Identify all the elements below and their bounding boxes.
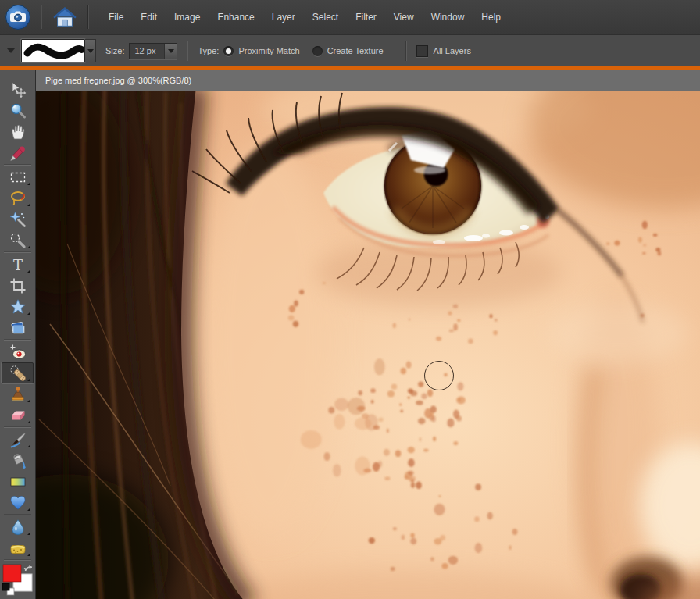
marquee-icon — [9, 169, 27, 186]
tool-lasso[interactable] — [2, 187, 34, 209]
tool-zoom[interactable] — [2, 100, 34, 121]
brush-stroke-icon — [23, 41, 84, 61]
brush-stroke-preview[interactable] — [21, 39, 85, 62]
clone-stamp-icon — [9, 386, 27, 403]
cookie-cutter-icon — [9, 298, 27, 316]
svg-text:T: T — [12, 256, 22, 273]
tool-preset-arrow-icon[interactable] — [7, 48, 15, 53]
photo-artwork — [36, 91, 700, 599]
crop-icon — [9, 277, 27, 294]
tool-straighten[interactable] — [2, 317, 34, 338]
options-separator — [187, 41, 188, 61]
tool-group-separator — [4, 164, 31, 166]
camera-logo-button[interactable] — [0, 0, 36, 34]
document-window: Pige med fregner.jpg @ 300%(RGB/8) — [35, 70, 700, 599]
tool-group-separator — [4, 559, 31, 561]
tool-magic-wand[interactable] — [2, 209, 34, 230]
tool-group-separator — [4, 514, 31, 515]
radio-create-texture-label: Create Texture — [327, 46, 384, 55]
tool-clone-stamp[interactable] — [2, 383, 34, 405]
tool-type[interactable]: T — [2, 254, 34, 275]
home-icon — [52, 5, 77, 29]
quick-selection-icon — [9, 232, 27, 249]
radio-dot — [223, 46, 234, 56]
menu-items: File Edit Image Enhance Layer Select Fil… — [100, 0, 509, 34]
size-dropdown-arrow-icon — [164, 44, 177, 59]
tool-group-separator — [4, 426, 31, 428]
menubar-separator — [41, 5, 42, 29]
move-icon — [9, 81, 27, 98]
menu-enhance[interactable]: Enhance — [209, 0, 262, 34]
type-icon: T — [9, 256, 27, 273]
tool-eyedropper[interactable] — [2, 142, 34, 163]
magic-wand-icon — [9, 211, 27, 228]
tool-crop[interactable] — [2, 275, 34, 296]
camera-logo-icon — [4, 3, 32, 31]
radio-proximity-match[interactable]: Proximity Match — [223, 46, 299, 56]
eyedropper-icon — [9, 144, 27, 162]
menu-view[interactable]: View — [385, 0, 423, 34]
brush-size-select[interactable]: 12 px — [129, 43, 177, 59]
type-label: Type: — [198, 46, 219, 55]
tool-options-bar: Size: 12 px Type: Proximity Match Create… — [0, 34, 700, 66]
tool-eraser[interactable] — [2, 405, 34, 426]
app-window: File Edit Image Enhance Layer Select Fil… — [0, 0, 700, 599]
zoom-icon — [9, 102, 27, 119]
workspace: T — [0, 70, 700, 599]
tool-group-separator — [4, 251, 31, 253]
eraser-icon — [9, 407, 27, 424]
menu-edit[interactable]: Edit — [132, 0, 166, 34]
tool-red-eye-removal[interactable] — [2, 341, 34, 362]
toolbox: T — [0, 70, 35, 599]
spot-healing-icon — [9, 365, 27, 382]
document-title: Pige med fregner.jpg @ 300%(RGB/8) — [45, 76, 191, 85]
gradient-icon — [9, 473, 27, 490]
paint-bucket-icon — [9, 452, 27, 469]
tool-sponge[interactable] — [2, 537, 34, 558]
menu-window[interactable]: Window — [423, 0, 473, 34]
menu-file[interactable]: File — [100, 0, 132, 34]
straighten-icon — [9, 319, 27, 337]
document-title-bar[interactable]: Pige med fregner.jpg @ 300%(RGB/8) — [36, 70, 700, 91]
shape-heart-icon — [9, 494, 27, 512]
canvas[interactable] — [36, 91, 700, 599]
radio-proximity-match-label: Proximity Match — [238, 46, 299, 55]
menu-layer[interactable]: Layer — [263, 0, 304, 34]
menu-filter[interactable]: Filter — [347, 0, 385, 34]
menu-help[interactable]: Help — [473, 0, 509, 34]
tool-quick-selection[interactable] — [2, 230, 34, 251]
menu-select[interactable]: Select — [304, 0, 347, 34]
home-button[interactable] — [47, 0, 83, 34]
color-swatches[interactable] — [0, 563, 35, 599]
menubar-separator — [88, 5, 89, 29]
tool-blur[interactable] — [2, 516, 34, 537]
radio-create-texture[interactable]: Create Texture — [312, 46, 384, 56]
size-label: Size: — [105, 46, 124, 55]
sponge-icon — [9, 540, 27, 557]
tool-brush[interactable] — [2, 429, 34, 450]
tool-move[interactable] — [2, 79, 34, 100]
radio-dot — [312, 46, 323, 56]
brush-size-value: 12 px — [130, 46, 164, 55]
tool-hand[interactable] — [2, 121, 34, 142]
menu-bar: File Edit Image Enhance Layer Select Fil… — [0, 0, 700, 34]
red-eye-icon — [9, 344, 27, 361]
brush-icon — [9, 431, 27, 448]
brush-preview-dropdown-arrow[interactable] — [85, 39, 96, 62]
foreground-background-colors-icon — [0, 563, 35, 599]
lasso-icon — [9, 190, 27, 207]
checkbox-box — [416, 45, 428, 57]
hand-icon — [9, 123, 27, 141]
tool-shape[interactable] — [2, 492, 34, 513]
menu-image[interactable]: Image — [166, 0, 209, 34]
tool-group-separator — [4, 339, 31, 341]
all-layers-label: All Layers — [434, 46, 471, 55]
blur-drop-icon — [9, 519, 27, 536]
tool-gradient[interactable] — [2, 471, 34, 492]
tool-cookie-cutter[interactable] — [2, 296, 34, 317]
all-layers-checkbox[interactable]: All Layers — [416, 45, 471, 57]
tool-rectangular-marquee[interactable] — [2, 166, 34, 187]
tool-spot-healing-brush[interactable] — [2, 362, 34, 383]
options-separator — [405, 41, 407, 61]
tool-paint-bucket[interactable] — [2, 450, 34, 471]
